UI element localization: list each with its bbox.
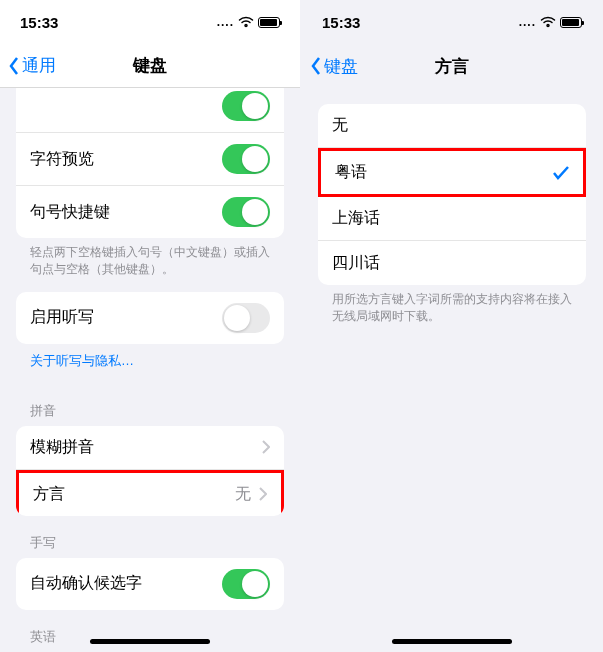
toggle[interactable] <box>222 197 270 227</box>
row-auto-confirm[interactable]: 自动确认候选字 <box>16 558 284 610</box>
chevron-left-icon <box>310 56 322 76</box>
row-partial[interactable] <box>16 88 284 133</box>
content: 无 粤语 上海话 四川话 用所选方言键入字词所需的支持内容将在接入无线局域网时下… <box>302 88 602 652</box>
status-time: 15:33 <box>20 14 58 31</box>
nav-bar: 键盘 方言 <box>302 44 602 88</box>
wifi-icon <box>540 16 556 28</box>
home-indicator[interactable] <box>90 639 210 644</box>
toggle[interactable] <box>222 144 270 174</box>
toggle[interactable] <box>222 91 270 121</box>
dialect-value: 无 <box>235 484 251 505</box>
nav-bar: 通用 键盘 <box>0 44 300 88</box>
row-label: 模糊拼音 <box>30 437 94 458</box>
status-bar: 15:33 .... <box>0 0 300 44</box>
back-button[interactable]: 通用 <box>0 54 56 77</box>
row-shanghainese[interactable]: 上海话 <box>318 197 586 241</box>
battery-icon <box>560 17 582 28</box>
group-general: 字符预览 句号快捷键 <box>16 88 284 238</box>
toggle[interactable] <box>222 569 270 599</box>
header-handwrite: 手写 <box>0 516 300 558</box>
signal-icon: .... <box>519 15 536 29</box>
toggle[interactable] <box>222 303 270 333</box>
row-cantonese[interactable]: 粤语 <box>318 148 586 197</box>
group-handwrite: 自动确认候选字 <box>16 558 284 610</box>
check-icon <box>553 166 569 180</box>
group-dictation: 启用听写 <box>16 292 284 344</box>
header-english: 英语 <box>0 610 300 652</box>
group-dialects: 无 粤语 上海话 四川话 <box>318 104 586 285</box>
disclosure <box>262 440 270 454</box>
footnote: 用所选方言键入字词所需的支持内容将在接入无线局域网时下载。 <box>302 285 602 339</box>
screen-keyboard: 15:33 .... 通用 键盘 字符预览 句号快捷键 <box>0 0 300 652</box>
back-label: 通用 <box>22 54 56 77</box>
battery-icon <box>258 17 280 28</box>
row-label: 粤语 <box>335 162 367 183</box>
row-label: 句号快捷键 <box>30 202 110 223</box>
row-dialect[interactable]: 方言 无 <box>16 470 284 516</box>
status-bar: 15:33 .... <box>302 0 602 44</box>
footnote: 轻点两下空格键插入句号（中文键盘）或插入句点与空格（其他键盘）。 <box>0 238 300 292</box>
chevron-left-icon <box>8 56 20 76</box>
status-indicators: .... <box>519 15 582 29</box>
row-label: 启用听写 <box>30 307 94 328</box>
row-label: 字符预览 <box>30 149 94 170</box>
row-sichuanese[interactable]: 四川话 <box>318 241 586 285</box>
row-fuzzy-pinyin[interactable]: 模糊拼音 <box>16 426 284 470</box>
status-time: 15:33 <box>322 14 360 31</box>
back-label: 键盘 <box>324 55 358 78</box>
row-label: 上海话 <box>332 208 380 229</box>
row-label: 方言 <box>33 484 65 505</box>
home-indicator[interactable] <box>392 639 512 644</box>
row-dictation[interactable]: 启用听写 <box>16 292 284 344</box>
dictation-privacy-link[interactable]: 关于听写与隐私… <box>0 344 300 384</box>
group-pinyin: 模糊拼音 方言 无 <box>16 426 284 516</box>
chevron-right-icon <box>259 487 267 501</box>
row-label: 四川话 <box>332 253 380 274</box>
signal-icon: .... <box>217 15 234 29</box>
content: 字符预览 句号快捷键 轻点两下空格键插入句号（中文键盘）或插入句点与空格（其他键… <box>0 88 300 652</box>
row-label: 自动确认候选字 <box>30 573 142 594</box>
row-label: 无 <box>332 115 348 136</box>
page-title: 键盘 <box>133 54 167 77</box>
chevron-right-icon <box>262 440 270 454</box>
header-pinyin: 拼音 <box>0 384 300 426</box>
page-title: 方言 <box>435 55 469 78</box>
row-period-shortcut[interactable]: 句号快捷键 <box>16 186 284 238</box>
wifi-icon <box>238 16 254 28</box>
status-indicators: .... <box>217 15 280 29</box>
row-none[interactable]: 无 <box>318 104 586 148</box>
back-button[interactable]: 键盘 <box>302 55 358 78</box>
row-char-preview[interactable]: 字符预览 <box>16 133 284 186</box>
screen-dialect: 15:33 .... 键盘 方言 无 粤语 上海话 四川话 <box>302 0 602 652</box>
row-value: 无 <box>235 484 267 505</box>
